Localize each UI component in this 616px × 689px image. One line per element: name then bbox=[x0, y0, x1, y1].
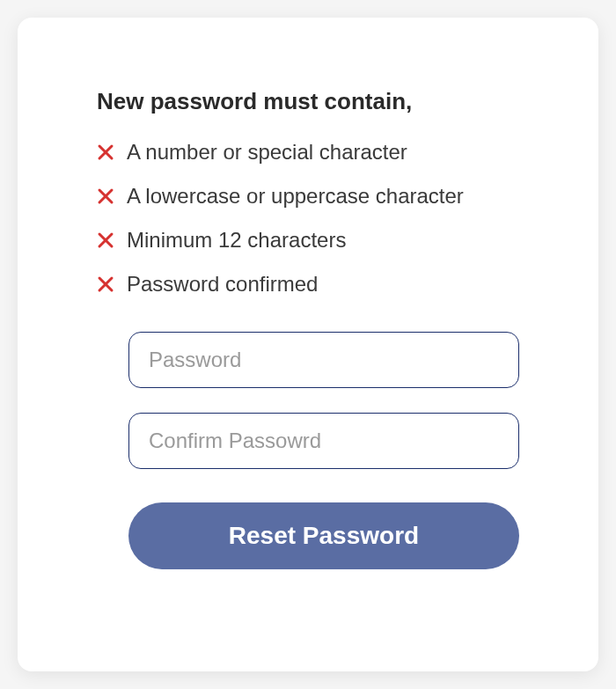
requirement-item: A lowercase or uppercase character bbox=[97, 184, 519, 209]
requirements-title: New password must contain, bbox=[97, 88, 519, 115]
x-icon bbox=[97, 187, 114, 205]
x-icon bbox=[97, 231, 114, 249]
requirement-text: Password confirmed bbox=[127, 272, 318, 297]
requirement-item: A number or special character bbox=[97, 140, 519, 165]
password-field[interactable] bbox=[128, 332, 519, 388]
confirm-password-field[interactable] bbox=[128, 413, 519, 469]
password-form: Reset Password bbox=[97, 332, 519, 569]
requirement-text: A lowercase or uppercase character bbox=[127, 184, 464, 209]
reset-password-card: New password must contain, A number or s… bbox=[18, 18, 598, 671]
x-icon bbox=[97, 275, 114, 293]
requirement-text: Minimum 12 characters bbox=[127, 228, 346, 253]
requirement-item: Minimum 12 characters bbox=[97, 228, 519, 253]
reset-password-button[interactable]: Reset Password bbox=[128, 502, 519, 569]
requirement-text: A number or special character bbox=[127, 140, 407, 165]
requirements-list: A number or special character A lowercas… bbox=[97, 140, 519, 297]
requirement-item: Password confirmed bbox=[97, 272, 519, 297]
x-icon bbox=[97, 143, 114, 161]
